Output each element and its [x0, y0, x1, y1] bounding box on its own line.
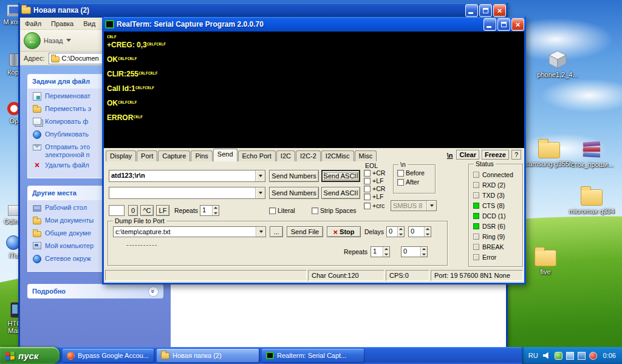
- dropdown-arrow-icon[interactable]: [255, 170, 265, 181]
- help-button[interactable]: ?: [511, 150, 521, 160]
- close-button[interactable]: ×: [493, 4, 506, 17]
- spin-up-icon[interactable]: [424, 227, 431, 232]
- cr-checkbox-2[interactable]: +CR: [364, 185, 385, 192]
- spin-down-icon[interactable]: [383, 252, 389, 257]
- maximize-button[interactable]: [479, 4, 492, 17]
- dump-repeats-spinner[interactable]: 1: [371, 246, 390, 257]
- spin-down-icon[interactable]: [420, 252, 427, 257]
- start-button[interactable]: пуск: [0, 347, 60, 364]
- cr-checkbox-1[interactable]: +CR: [364, 169, 385, 177]
- dump-progress: -----------: [126, 241, 157, 248]
- spin-down-icon[interactable]: [212, 211, 219, 215]
- network-icon[interactable]: [566, 352, 574, 360]
- details-header[interactable]: Подробно »: [27, 284, 163, 298]
- spin-down-icon[interactable]: [424, 232, 431, 237]
- status-group: Status Connected RXD (2) TXD (3) CTS (8)…: [468, 164, 523, 267]
- taskbar: пуск Bypass Google Accou... Новая папка …: [0, 347, 622, 364]
- antivirus-icon[interactable]: [555, 352, 562, 360]
- taskbar-item-bypass[interactable]: Bypass Google Accou...: [63, 349, 154, 362]
- connection-icon[interactable]: [578, 352, 586, 360]
- back-dropdown-icon[interactable]: [66, 39, 71, 44]
- send-numbers-button-2[interactable]: Send Numbers: [269, 187, 319, 199]
- desktop-icon-phone-archive[interactable]: phone1,2_4...: [530, 50, 586, 78]
- before-checkbox[interactable]: Before: [397, 169, 425, 177]
- desktop-icon-micromax[interactable]: micromax q334: [565, 189, 618, 215]
- dump-file-combo[interactable]: c:\temp\capture.txt: [113, 226, 266, 237]
- box-icon: [547, 50, 568, 69]
- tab-misc[interactable]: Misc: [355, 150, 377, 161]
- tab-send[interactable]: Send: [213, 149, 238, 161]
- tab-display[interactable]: Display: [106, 150, 136, 161]
- newline-button[interactable]: \n: [446, 151, 454, 160]
- terminal-output[interactable]: CRLF +CREG: 0,3CRLFCRLF OKCRLFCRLF CLIR:…: [104, 32, 524, 148]
- freeze-button[interactable]: Freeze: [482, 150, 509, 160]
- dropdown-arrow-icon[interactable]: [426, 201, 436, 211]
- volume-icon[interactable]: [543, 352, 551, 360]
- clock: 0:06: [603, 352, 616, 359]
- browse-button[interactable]: ...: [270, 226, 283, 237]
- spin-up-icon[interactable]: [397, 227, 404, 232]
- lf-checkbox-2[interactable]: +LF: [364, 193, 383, 200]
- send-numbers-button-1[interactable]: Send Numbers: [269, 170, 319, 182]
- tab-port[interactable]: Port: [137, 150, 157, 161]
- language-indicator[interactable]: RU: [528, 352, 539, 359]
- send-ascii-button-1[interactable]: Send ASCII: [321, 170, 360, 182]
- minimize-button[interactable]: [465, 4, 478, 17]
- smbus-select[interactable]: SMBUS 8: [391, 200, 437, 211]
- menu-file[interactable]: Файл: [25, 20, 41, 27]
- spin-up-icon[interactable]: [420, 247, 427, 252]
- dropdown-arrow-icon[interactable]: [256, 227, 265, 237]
- taskbar-item-folder[interactable]: Новая папка (2): [157, 349, 259, 362]
- folder-icon: [581, 189, 603, 206]
- tab-i2c[interactable]: I2C: [276, 150, 295, 161]
- send-line1-combo[interactable]: atd123;\r\n: [109, 170, 265, 182]
- stop-button[interactable]: ×Stop: [327, 226, 361, 237]
- menu-edit[interactable]: Правка: [51, 20, 73, 27]
- dump-repeats-label: Repeats: [344, 248, 367, 255]
- explorer-titlebar[interactable]: Новая папка (2) ×: [18, 3, 508, 18]
- alert-shield-icon[interactable]: [589, 352, 597, 360]
- send-line2-combo[interactable]: [109, 187, 265, 199]
- desktop-icon-stock-firmware[interactable]: сток_проши...: [566, 141, 618, 168]
- spin-up-icon[interactable]: [212, 206, 219, 211]
- tab-pins[interactable]: Pins: [191, 150, 212, 161]
- after-checkbox[interactable]: After: [397, 178, 419, 186]
- send-zero-button[interactable]: 0: [128, 205, 138, 216]
- dump-repeats2-spinner[interactable]: 0: [401, 246, 428, 257]
- char-count: Char Count:120: [308, 270, 384, 281]
- realterm-titlebar[interactable]: RealTerm: Serial Capture Program 2.0.0.7…: [102, 17, 526, 32]
- repeats-spinner[interactable]: 1: [200, 205, 219, 216]
- crc-checkbox[interactable]: +crc: [364, 202, 384, 209]
- globe-icon: [33, 130, 41, 139]
- spin-down-icon[interactable]: [397, 232, 404, 237]
- literal-checkbox[interactable]: Literal: [269, 207, 295, 214]
- minimize-button[interactable]: [484, 18, 496, 31]
- chevron-down-icon[interactable]: »: [148, 286, 159, 297]
- tab-echo-port[interactable]: Echo Port: [238, 150, 276, 161]
- dropdown-arrow-icon[interactable]: [255, 187, 265, 198]
- close-button[interactable]: ×: [511, 18, 524, 31]
- menu-view[interactable]: Вид: [83, 20, 95, 27]
- desktop-icon-five[interactable]: five: [526, 250, 565, 275]
- tab-i2cmisc[interactable]: I2CMisc: [321, 150, 354, 161]
- send-ascii-button-2[interactable]: Send ASCII: [321, 187, 360, 199]
- maximize-button[interactable]: [497, 18, 510, 31]
- back-button[interactable]: ← Назад: [24, 32, 71, 49]
- tab-i2c-2[interactable]: I2C-2: [296, 150, 321, 161]
- send-ctrlc-button[interactable]: ^C: [140, 205, 154, 216]
- delay2-spinner[interactable]: 0: [408, 226, 431, 237]
- status-cts: CTS (8): [473, 200, 522, 211]
- folder-icon: [33, 218, 41, 224]
- spin-up-icon[interactable]: [383, 247, 389, 252]
- delay1-spinner[interactable]: 0: [386, 226, 405, 237]
- realterm-title: RealTerm: Serial Capture Program 2.0.0.7…: [117, 20, 481, 29]
- taskbar-item-realterm[interactable]: Realterm: Serial Capt...: [262, 349, 364, 362]
- clear-button[interactable]: Clear: [456, 150, 479, 160]
- lf-checkbox-1[interactable]: +LF: [364, 177, 383, 184]
- tab-capture[interactable]: Capture: [158, 150, 190, 161]
- send-lf-button[interactable]: LF: [156, 205, 169, 216]
- literal-char-input[interactable]: [109, 205, 125, 216]
- back-arrow-icon: ←: [24, 32, 41, 49]
- strip-spaces-checkbox[interactable]: Strip Spaces: [312, 207, 357, 214]
- send-file-button[interactable]: Send File: [287, 226, 323, 237]
